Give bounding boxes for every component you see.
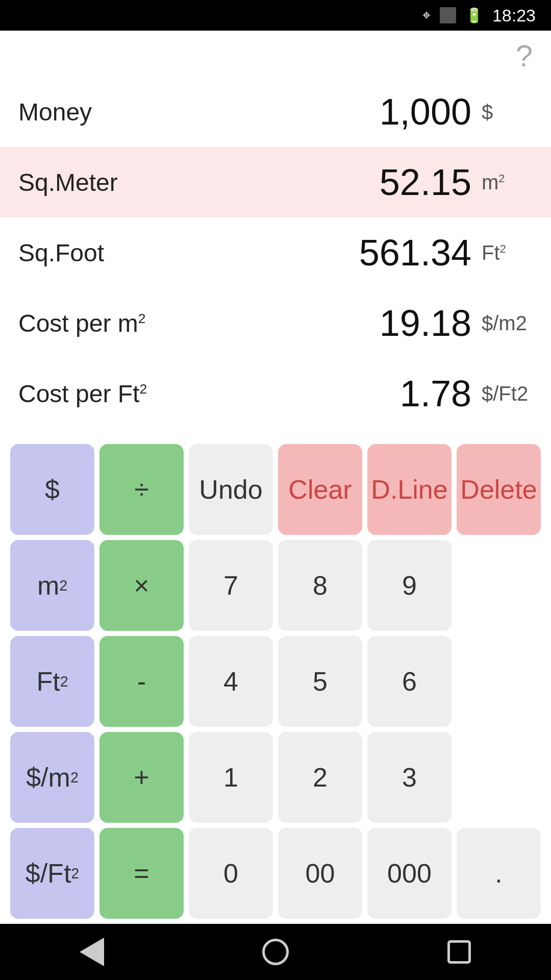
bluetooth-icon: ⌖ xyxy=(422,7,431,24)
key-Undo-0-2[interactable]: Undo xyxy=(189,444,273,535)
cost-per-ft2-label: Cost per Ft2 xyxy=(18,380,318,408)
sq-meter-label: Sq.Meter xyxy=(18,168,318,197)
key-2-3-3[interactable]: 2 xyxy=(278,732,362,823)
money-row[interactable]: Money 1,000 $ xyxy=(0,77,551,147)
cost-per-ft2-row[interactable]: Cost per Ft2 1.78 $/Ft2 xyxy=(0,358,551,429)
key-0-4-2[interactable]: 0 xyxy=(189,828,273,919)
key-=-4-1[interactable]: = xyxy=(99,828,184,919)
sq-meter-unit: m2 xyxy=(482,171,533,194)
home-icon xyxy=(262,939,289,965)
recent-icon xyxy=(447,940,471,964)
home-button[interactable] xyxy=(255,932,296,972)
cost-per-ft2-value: 1.78 xyxy=(318,373,471,414)
key-$/Ft²-4-0[interactable]: $/Ft2 xyxy=(10,828,94,919)
sq-meter-value: 52.15 xyxy=(318,161,471,203)
key-000-4-4[interactable]: 000 xyxy=(367,828,452,919)
sq-foot-unit: Ft2 xyxy=(482,241,533,264)
cost-per-m2-label: Cost per m2 xyxy=(18,309,318,337)
battery-icon: 🔋 xyxy=(465,7,483,24)
cost-per-m2-value: 19.18 xyxy=(318,302,471,344)
key-6-2-4[interactable]: 6 xyxy=(367,636,452,727)
help-button[interactable]: ? xyxy=(516,41,533,71)
key-4-2-2[interactable]: 4 xyxy=(189,636,273,727)
cost-per-m2-row[interactable]: Cost per m2 19.18 $/m2 xyxy=(0,288,551,358)
recent-button[interactable] xyxy=(439,932,480,972)
status-time: 18:23 xyxy=(492,6,536,26)
cost-per-m2-unit: $/m2 xyxy=(482,312,533,335)
status-bar: ⌖ 🔋 18:23 xyxy=(0,0,551,31)
key-m²-1-0[interactable]: m2 xyxy=(10,540,94,631)
key-5-2-3[interactable]: 5 xyxy=(278,636,362,727)
nav-bar xyxy=(0,924,551,980)
sq-meter-row[interactable]: Sq.Meter 52.15 m2 xyxy=(0,147,551,217)
key---2-1[interactable]: - xyxy=(99,636,184,727)
display-section: Money 1,000 $ Sq.Meter 52.15 m2 Sq.Foot … xyxy=(0,77,551,429)
sq-foot-label: Sq.Foot xyxy=(18,239,318,267)
key-$-0-0[interactable]: $ xyxy=(10,444,94,535)
key-1-3-2[interactable]: 1 xyxy=(189,732,273,823)
cost-per-ft2-unit: $/Ft2 xyxy=(482,382,533,405)
key-00-4-3[interactable]: 00 xyxy=(278,828,362,919)
back-button[interactable] xyxy=(71,932,112,972)
key-Delete-0-5[interactable]: Delete xyxy=(457,444,541,535)
key-$/m²-3-0[interactable]: $/m2 xyxy=(10,732,94,823)
key-Clear-0-3[interactable]: Clear xyxy=(278,444,362,535)
key-D.Line-0-4[interactable]: D.Line xyxy=(367,444,452,535)
key-+-3-1[interactable]: + xyxy=(99,732,184,823)
key-÷-0-1[interactable]: ÷ xyxy=(99,444,184,535)
key-Ft²-2-0[interactable]: Ft2 xyxy=(10,636,94,727)
key-.-4-5[interactable]: . xyxy=(457,828,541,919)
key-8-1-3[interactable]: 8 xyxy=(278,540,362,631)
back-icon xyxy=(80,938,104,966)
money-unit: $ xyxy=(482,101,533,124)
money-label: Money xyxy=(18,98,318,126)
signal-icon xyxy=(440,7,456,23)
key-×-1-1[interactable]: × xyxy=(99,540,184,631)
sq-foot-value: 561.34 xyxy=(318,232,471,274)
help-area: ? xyxy=(0,31,551,77)
key-7-1-2[interactable]: 7 xyxy=(189,540,273,631)
key-3-3-4[interactable]: 3 xyxy=(367,732,452,823)
sq-foot-row[interactable]: Sq.Foot 561.34 Ft2 xyxy=(0,217,551,288)
keypad: $÷UndoClearD.LineDeletem2×789Ft2-456$/m2… xyxy=(0,434,551,924)
key-9-1-4[interactable]: 9 xyxy=(367,540,452,631)
money-value: 1,000 xyxy=(318,91,471,133)
